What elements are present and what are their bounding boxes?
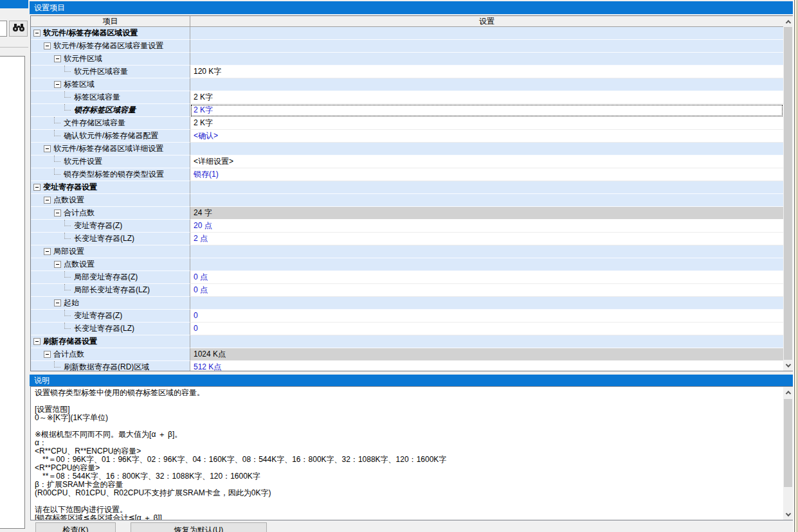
- collapse-box-icon[interactable]: [54, 81, 61, 88]
- setting-value-cell[interactable]: 2 K字: [190, 91, 783, 104]
- column-header-setting[interactable]: 设置: [190, 16, 783, 26]
- settings-table-scrollbar[interactable]: [783, 16, 793, 371]
- item-label-text: 长变址寄存器(LZ): [74, 233, 134, 245]
- setting-value-cell[interactable]: 2 K字: [190, 104, 783, 117]
- tree-item-label[interactable]: 局部变址寄存器(Z): [31, 271, 190, 284]
- tree-item-label[interactable]: 合计点数: [31, 348, 190, 361]
- collapse-box-icon[interactable]: [44, 248, 51, 255]
- tree-item-label[interactable]: 锁存标签区域容量: [31, 104, 190, 117]
- setting-value-cell[interactable]: 20 点: [190, 220, 783, 233]
- table-row: 点数设置: [31, 194, 783, 207]
- scroll-up-button[interactable]: [783, 16, 793, 27]
- collapse-box-icon[interactable]: [54, 209, 61, 217]
- setting-value-cell[interactable]: <详细设置>: [190, 155, 783, 168]
- tree-item-label[interactable]: 软元件/标签存储器区域详细设置: [31, 143, 190, 155]
- setting-cell-empty: [190, 53, 783, 66]
- tree-item-label[interactable]: 局部设置: [31, 245, 190, 258]
- setting-value-cell[interactable]: 0 点: [190, 271, 783, 284]
- setting-value-cell[interactable]: <确认>: [190, 130, 783, 143]
- table-header: 项目 设置: [31, 16, 783, 27]
- setting-value-cell[interactable]: 1024 K点: [190, 348, 783, 361]
- item-label-text: 刷新存储器设置: [43, 335, 97, 348]
- left-pane-list[interactable]: [0, 56, 25, 529]
- settings-dialog: 设置项目 项目 设置 软元件/标签存储器区域设置软元件/标签存储器区域容量设置软…: [0, 0, 798, 532]
- setting-cell-empty: [190, 297, 783, 310]
- tree-item-label[interactable]: 局部长变址寄存器(LZ): [31, 284, 190, 297]
- item-label-text: 局部设置: [53, 245, 84, 258]
- column-header-item[interactable]: 项目: [31, 16, 190, 26]
- tree-item-label[interactable]: 确认软元件/标签存储器配置: [31, 130, 190, 143]
- item-label-text: 变址寄存器(Z): [74, 310, 122, 322]
- tree-item-label[interactable]: 标签区域: [31, 78, 190, 91]
- setting-value-cell[interactable]: 120 K字: [190, 66, 783, 78]
- tree-item-label[interactable]: 变址寄存器(Z): [31, 310, 190, 323]
- tree-connector-icon: [54, 117, 60, 123]
- setting-value-cell[interactable]: 2 点: [190, 233, 783, 245]
- search-input[interactable]: [0, 21, 7, 37]
- tree-item-label[interactable]: 文件存储区域容量: [31, 117, 190, 130]
- collapse-box-icon[interactable]: [54, 261, 61, 268]
- item-label-text: 长变址寄存器(LZ): [74, 323, 134, 335]
- table-row: 软元件设置<详细设置>: [31, 155, 783, 168]
- find-button[interactable]: [9, 21, 28, 37]
- check-button[interactable]: 检查(K): [35, 522, 116, 532]
- collapse-box-icon[interactable]: [44, 351, 51, 358]
- collapse-box-icon[interactable]: [33, 30, 41, 37]
- collapse-box-icon[interactable]: [44, 197, 51, 204]
- table-row: 点数设置: [31, 258, 783, 271]
- scrollbar-thumb[interactable]: [784, 27, 792, 360]
- table-row: 局部长变址寄存器(LZ)0 点: [31, 284, 783, 297]
- tree-item-label[interactable]: 点数设置: [31, 258, 190, 271]
- scrollbar-thumb[interactable]: [784, 399, 792, 487]
- collapse-box-icon[interactable]: [44, 42, 51, 49]
- table-row: 局部设置: [31, 245, 783, 258]
- scroll-up-button[interactable]: [783, 387, 793, 398]
- setting-value-cell[interactable]: 0 点: [190, 284, 783, 297]
- tree-item-label[interactable]: 软元件/标签存储器区域容量设置: [31, 40, 190, 53]
- collapse-box-icon[interactable]: [33, 184, 41, 191]
- setting-value-cell[interactable]: 512 K点: [190, 361, 783, 371]
- tree-item-label[interactable]: 锁存类型标签的锁存类型设置: [31, 168, 190, 181]
- description-scrollbar[interactable]: [783, 387, 793, 520]
- setting-value-cell[interactable]: 0: [190, 323, 783, 335]
- collapse-box-icon[interactable]: [33, 338, 41, 345]
- tree-item-label[interactable]: 合计点数: [31, 207, 190, 220]
- scroll-down-button[interactable]: [783, 509, 793, 520]
- tree-item-label[interactable]: 起始: [31, 297, 190, 310]
- table-row: 确认软元件/标签存储器配置<确认>: [31, 130, 783, 143]
- settings-panel-title: 设置项目: [34, 3, 65, 12]
- item-label-text: 刷新数据寄存器(RD)区域: [64, 361, 149, 371]
- description-line: 设置锁存类型标签中使用的锁存标签区域的容量。: [35, 389, 783, 397]
- tree-item-label[interactable]: 刷新存储器设置: [31, 335, 190, 348]
- description-line: **＝00：96K字、01：96K字、02：96K字、04：160K字、08：5…: [35, 456, 783, 464]
- tree-item-label[interactable]: 软元件设置: [31, 155, 190, 168]
- restore-default-button[interactable]: 恢复为默认(U): [131, 522, 267, 532]
- tree-item-label[interactable]: 点数设置: [31, 194, 190, 207]
- tree-item-label[interactable]: 软元件/标签存储器区域设置: [31, 27, 190, 40]
- scroll-down-button[interactable]: [783, 360, 793, 371]
- tree-item-label[interactable]: 刷新数据寄存器(RD)区域: [31, 361, 190, 371]
- left-pane-divider: [0, 47, 28, 48]
- table-row: 锁存类型标签的锁存类型设置锁存(1): [31, 168, 783, 181]
- table-row: 合计点数1024 K点: [31, 348, 783, 361]
- description-line: 0～※[K字](1K字单位): [35, 414, 783, 422]
- tree-item-label[interactable]: 变址寄存器设置: [31, 181, 190, 194]
- collapse-box-icon[interactable]: [54, 55, 61, 62]
- collapse-box-icon[interactable]: [54, 299, 61, 306]
- settings-rows: 软元件/标签存储器区域设置软元件/标签存储器区域容量设置软元件区域软元件区域容量…: [31, 27, 783, 371]
- tree-item-label[interactable]: 软元件区域容量: [31, 66, 190, 78]
- setting-value-cell[interactable]: 0: [190, 310, 783, 323]
- tree-item-label[interactable]: 软元件区域: [31, 53, 190, 66]
- tree-item-label[interactable]: 长变址寄存器(LZ): [31, 323, 190, 335]
- tree-connector-icon: [64, 66, 71, 72]
- tree-item-label[interactable]: 变址寄存器(Z): [31, 220, 190, 233]
- item-label-text: 变址寄存器设置: [43, 181, 97, 193]
- setting-value-cell[interactable]: 锁存(1): [190, 168, 783, 181]
- setting-value-cell[interactable]: 24 字: [190, 207, 783, 220]
- tree-item-label[interactable]: 长变址寄存器(LZ): [31, 233, 190, 245]
- setting-value-cell[interactable]: 2 K字: [190, 117, 783, 130]
- table-row: 变址寄存器设置: [31, 181, 783, 194]
- collapse-box-icon[interactable]: [44, 145, 51, 152]
- tree-item-label[interactable]: 标签区域容量: [31, 91, 190, 104]
- tree-connector-icon: [54, 155, 60, 162]
